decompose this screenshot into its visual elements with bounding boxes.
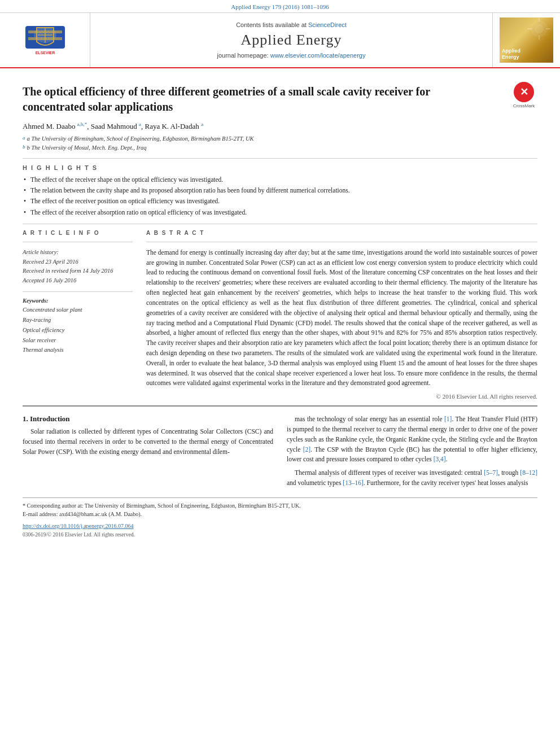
intro-para-1: Solar radiation is collected by differen… [23, 427, 273, 457]
divider-1 [23, 158, 537, 159]
accepted-date: Accepted 16 July 2016 [23, 276, 133, 286]
highlight-item-2: The relation between the cavity shape an… [23, 185, 537, 196]
highlights-label: H I G H L I G H T S [23, 164, 537, 171]
crossmark-container: ✕ CrossMark [510, 81, 537, 108]
journal-header-center: Contents lists available at ScienceDirec… [90, 13, 492, 67]
revised-date: Received in revised form 14 July 2016 [23, 267, 133, 276]
journal-header-left: ELSEVIER [0, 13, 90, 67]
svg-point-8 [535, 24, 544, 33]
highlights-section: H I G H L I G H T S The effect of the re… [23, 164, 537, 218]
issn-line: 0306-2619/© 2016 Elsevier Ltd. All right… [23, 532, 537, 538]
crossmark-cross-icon: ✕ [520, 86, 528, 98]
journal-citation: Applied Energy 179 (2016) 1081–1096 [231, 3, 329, 10]
ref-2[interactable]: [2] [303, 446, 310, 453]
crossmark-badge: ✕ CrossMark [510, 81, 537, 108]
highlights-list: The effect of the receiver shape on the … [23, 174, 537, 218]
sciencedirect-link[interactable]: ScienceDirect [308, 21, 347, 28]
footnote-section: * Corresponding author at: The Universit… [23, 497, 537, 538]
divider-5 [146, 242, 537, 242]
ref-1[interactable]: [1] [444, 416, 452, 422]
keyword-4: Solar receiver [23, 335, 133, 346]
journal-header: ELSEVIER Contents lists available at Sci… [0, 13, 560, 68]
highlight-item-1: The effect of the receiver shape on the … [23, 174, 537, 185]
journal-homepage-line: journal homepage: www.elsevier.com/locat… [217, 52, 366, 59]
abstract-col: A B S T R A C T The demand for energy is… [146, 230, 537, 400]
doi-link[interactable]: http://dx.doi.org/10.1016/j.apenergy.201… [23, 523, 133, 529]
highlight-item-3: The effect of the receiver position on o… [23, 196, 537, 207]
affil-a-line: a a The University of Birmingham, School… [23, 134, 537, 143]
intro-para-2: mas the technology of solar energy has a… [287, 414, 537, 465]
intro-text-right: mas the technology of solar energy has a… [287, 414, 537, 488]
contents-line: Contents lists available at ScienceDirec… [236, 21, 347, 28]
article-info-label: A R T I C L E I N F O [23, 230, 133, 236]
ref-8-12[interactable]: [8–12] [520, 469, 537, 476]
journal-top-bar: Applied Energy 179 (2016) 1081–1096 [0, 0, 560, 13]
divider-2 [23, 224, 537, 224]
doi-line: http://dx.doi.org/10.1016/j.apenergy.201… [23, 522, 537, 530]
crossmark-label: CrossMark [513, 103, 535, 108]
ref-13-16[interactable]: [13–16] [343, 479, 363, 486]
received-date: Received 23 April 2016 [23, 257, 133, 267]
body-col-left: 1. Introduction Solar radiation is colle… [23, 414, 273, 492]
keywords-list: Concentrated solar plant Ray-tracing Opt… [23, 305, 133, 355]
history-label: Article history: [23, 248, 133, 257]
ref-5-7[interactable]: [5–7] [484, 469, 498, 476]
journal-homepage-url[interactable]: www.elsevier.com/locate/apenergy [270, 52, 366, 59]
elsevier-logo: ELSEVIER [23, 25, 68, 56]
divider-3 [23, 242, 133, 242]
keyword-5: Thermal analysis [23, 345, 133, 355]
copyright-line: © 2016 Elsevier Ltd. All rights reserved… [146, 393, 537, 400]
abstract-text: The demand for energy is continually inc… [146, 248, 537, 388]
footnote-email: E-mail address: axd434@bham.ac.uk (A.M. … [23, 510, 537, 518]
footnote-corresponding: * Corresponding author at: The Universit… [23, 501, 537, 510]
article-title: The optical efficiency of three differen… [23, 84, 463, 115]
affil-b-line: b b The University of Mosul, Mech. Eng. … [23, 143, 537, 152]
highlight-item-4: The effect of the receiver absorption ra… [23, 207, 537, 218]
keywords-label: Keywords: [23, 298, 133, 304]
crossmark-circle: ✕ [514, 82, 534, 102]
svg-text:ELSEVIER: ELSEVIER [35, 51, 55, 55]
intro-text-left: Solar radiation is collected by differen… [23, 427, 273, 457]
divider-4 [23, 291, 133, 292]
keyword-2: Ray-tracing [23, 315, 133, 325]
article-info-col: A R T I C L E I N F O Article history: R… [23, 230, 133, 400]
intro-heading: 1. Introduction [23, 414, 273, 423]
affil-b-text: b The University of Mosul, Mech. Eng. De… [27, 143, 147, 152]
abstract-label: A B S T R A C T [146, 230, 537, 236]
author-mahmoud: Saad Mahmoud [91, 122, 139, 130]
authors-line: Ahmed M. Daabo a,b,*, Saad Mahmoud a, Ra… [23, 121, 537, 131]
article-history: Article history: Received 23 April 2016 … [23, 248, 133, 286]
intro-para-3: Thermal analysis of different types of r… [287, 468, 537, 488]
divider-bold [23, 405, 537, 407]
affiliations: a a The University of Birmingham, School… [23, 134, 537, 152]
ref-3-4[interactable]: [3,4] [434, 456, 446, 462]
title-area: ✕ CrossMark The optical efficiency of th… [23, 84, 537, 115]
abstract-paragraph: The demand for energy is continually inc… [146, 248, 537, 388]
affil-a-text: a The University of Birmingham, School o… [27, 134, 254, 143]
body-col-right: mas the technology of solar energy has a… [287, 414, 537, 492]
journal-name: Applied Energy [241, 32, 342, 49]
author-daabo: Ahmed M. Daabo [23, 122, 77, 130]
author-aldadah: Raya K. Al-Dadah [145, 122, 201, 130]
journal-header-right: Applied Energy [492, 13, 560, 67]
applied-energy-logo-img: Applied Energy [500, 18, 553, 63]
page-wrapper: Applied Energy 179 (2016) 1081–1096 [0, 0, 560, 747]
university-logo-img: ELSEVIER [23, 25, 68, 56]
main-content: ✕ CrossMark The optical efficiency of th… [0, 68, 560, 548]
body-text-section: 1. Introduction Solar radiation is colle… [23, 414, 537, 492]
logo-decoration [500, 18, 553, 63]
keyword-1: Concentrated solar plant [23, 305, 133, 315]
article-info-abstract-row: A R T I C L E I N F O Article history: R… [23, 230, 537, 400]
keyword-3: Optical efficiency [23, 325, 133, 335]
